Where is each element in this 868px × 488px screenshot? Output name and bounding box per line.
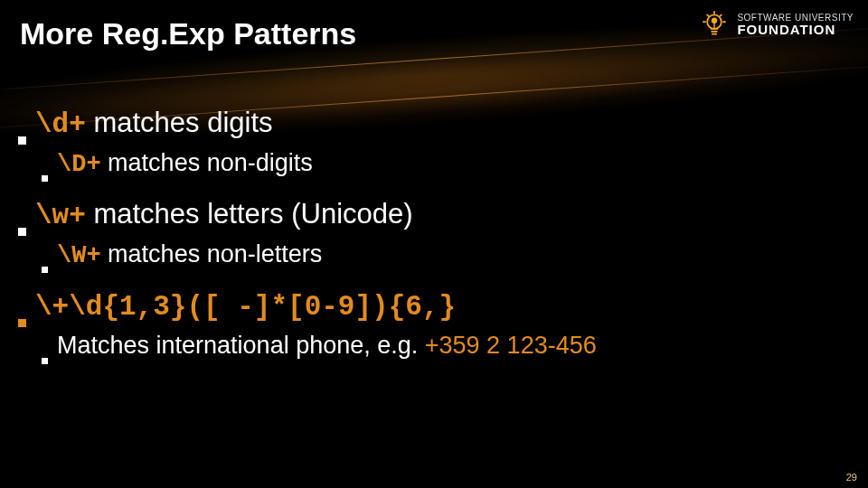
page-number: 29 [846,472,857,483]
bullet-3-line: \+\d{1,3}([ -]*[0-9]){6,} [35,289,456,323]
bullet-1-line: \d+ matches digits [35,107,273,140]
bullet-marker-icon [42,358,48,364]
bullet-2-line: \w+ matches letters (Unicode) [35,198,413,231]
bullet-3-sub: Matches international phone, e.g. +359 2… [42,332,850,360]
bullet-1-sub: \D+ matches non-digits [42,149,850,178]
brand-text: SOFTWARE UNIVERSITY FOUNDATION [737,14,854,36]
bullet-1: \d+ matches digits [18,107,850,140]
bullet-1-text: matches digits [86,107,273,138]
bullet-marker-icon [18,228,26,236]
bullet-content: \d+ matches digits \D+ matches non-digit… [18,107,850,380]
lightbulb-icon [699,9,730,40]
bullet-2-sub-line: \W+ matches non-letters [57,240,322,269]
bullet-3-code: \+\d{1,3}([ -]*[0-9]){6,} [35,291,456,323]
brand-logo: SOFTWARE UNIVERSITY FOUNDATION [699,9,854,40]
bullet-1-sub-text: matches non-digits [101,149,313,176]
bullet-marker-icon [18,136,26,145]
bullet-marker-icon [42,175,48,182]
svg-point-1 [712,18,717,23]
bullet-2-code: \w+ [35,200,86,231]
bullet-2: \w+ matches letters (Unicode) [18,198,850,231]
bullet-1-code: \d+ [35,108,86,140]
bullet-marker-icon [42,267,48,273]
bullet-2-sub: \W+ matches non-letters [42,240,850,269]
bullet-2-sub-text: matches non-letters [101,240,323,267]
brand-line1: SOFTWARE UNIVERSITY [737,14,854,23]
bullet-3: \+\d{1,3}([ -]*[0-9]){6,} [18,289,850,323]
bullet-3-sub-accent: +359 2 123-456 [425,332,597,359]
bullet-2-text: matches letters (Unicode) [86,198,413,230]
bullet-marker-icon [18,319,26,327]
bullet-1-sub-line: \D+ matches non-digits [57,149,313,178]
bullet-3-sub-prefix: Matches international phone, e.g. [57,332,425,359]
bullet-1-sub-code: \D+ [57,151,101,178]
bullet-2-sub-code: \W+ [57,242,101,269]
slide-title: More Reg.Exp Patterns [20,16,356,52]
brand-line2: FOUNDATION [737,23,854,36]
bullet-3-sub-line: Matches international phone, e.g. +359 2… [57,332,597,360]
